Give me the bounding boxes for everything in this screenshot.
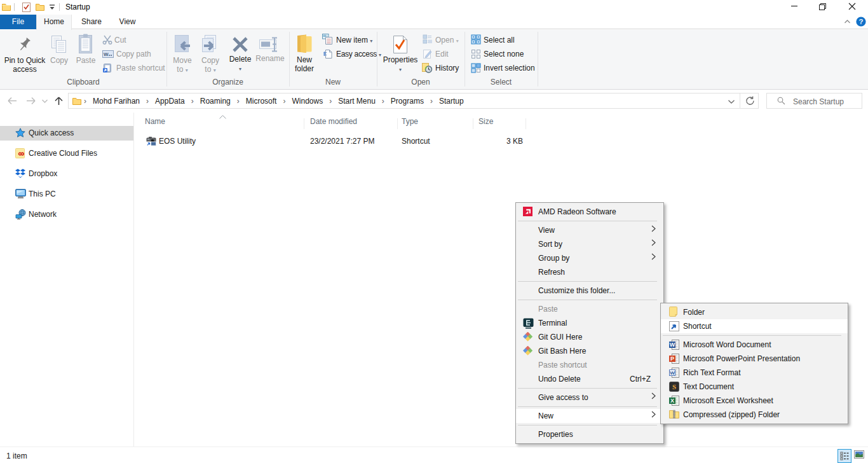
svg-text:X: X [670, 397, 674, 404]
svg-text:P: P [670, 356, 674, 362]
svg-text:W: W [670, 342, 675, 348]
svg-text:S: S [672, 383, 676, 390]
svg-text:W: W [670, 370, 675, 376]
svg-text:?: ? [858, 18, 863, 25]
svg-text:W: W [104, 52, 109, 57]
